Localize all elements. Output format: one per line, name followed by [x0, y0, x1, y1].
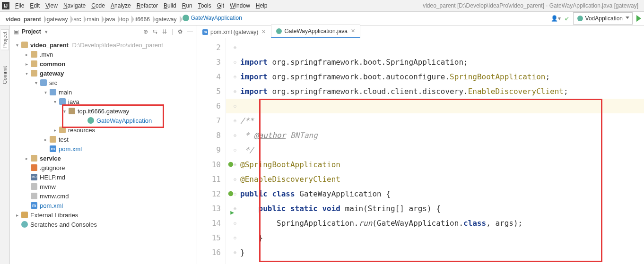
code-line[interactable]: ⊖	[226, 99, 644, 113]
run-button[interactable]	[636, 15, 641, 22]
code-line[interactable]: ⊖public class GateWayApplication {	[226, 187, 644, 201]
tool-tab-project[interactable]: Project	[1, 29, 9, 50]
code-line[interactable]: ⊖import org.springframework.boot.autocon…	[226, 69, 644, 84]
close-icon[interactable]: ✕	[261, 29, 266, 35]
breadcrumb[interactable]: src	[70, 14, 84, 25]
code-line[interactable]: ⊖@SpringBootApplication	[226, 157, 644, 172]
breadcrumb[interactable]: main	[84, 14, 102, 25]
expand-icon[interactable]: ⇆	[153, 28, 157, 35]
window-title: video_parent [D:\Develop\IdeaPro\video_p…	[423, 2, 642, 9]
maven-icon: m	[202, 29, 208, 35]
breadcrumb[interactable]: top	[118, 14, 131, 25]
breadcrumb[interactable]: GateWayApplication	[180, 13, 245, 23]
code-line[interactable]: ⊖ public static void main(String[] args)…	[226, 201, 644, 216]
code-line[interactable]: ⊖ SpringApplication.run(GateWayApplicati…	[226, 216, 644, 230]
run-config-select[interactable]: VodApplication	[573, 12, 633, 25]
menu-analyze[interactable]: Analyze	[108, 1, 134, 10]
project-tree[interactable]: video_parent D:\Develop\IdeaPro\video_pa…	[10, 38, 197, 264]
code-line[interactable]: ⊖import org.springframework.cloud.client…	[226, 84, 644, 99]
menu-view[interactable]: View	[43, 1, 61, 10]
breadcrumb[interactable]: java	[102, 14, 118, 25]
menu-tools[interactable]: Tools	[195, 1, 214, 10]
user-icon[interactable]: 👤▾	[551, 15, 561, 22]
code-editor[interactable]: 2345678910111213▶141516 ⊖⊖import org.spr…	[197, 38, 644, 264]
collapse-icon[interactable]: ⇊	[162, 28, 167, 35]
code-line[interactable]: ⊖@EnableDiscoveryClient	[226, 172, 644, 187]
code-line[interactable]: ⊖/**	[226, 113, 644, 128]
menu-file[interactable]: File	[12, 1, 27, 10]
vcs-update-icon[interactable]: ↙	[565, 15, 569, 22]
menu-git[interactable]: Git	[214, 1, 227, 10]
tool-window-bar: Project Commit	[0, 26, 10, 264]
code-line[interactable]: ⊖ */	[226, 143, 644, 157]
code-line[interactable]: ⊖}	[226, 245, 644, 260]
class-icon	[276, 28, 282, 34]
project-panel: ▣ Project ▼ ⊕ ⇆ ⇊ | ✿ — video_parent D:\…	[10, 26, 197, 264]
code-line[interactable]: ⊖ }	[226, 230, 644, 245]
menu-edit[interactable]: Edit	[27, 1, 43, 10]
menu-bar: IJ FileEditViewNavigateCodeAnalyzeRefact…	[0, 0, 644, 12]
app-logo: IJ	[2, 2, 9, 9]
menu-window[interactable]: Window	[227, 1, 253, 10]
breadcrumb[interactable]: it6666	[131, 14, 153, 25]
editor-area: m pom.xml (gateway) ✕ GateWayApplication…	[197, 26, 644, 264]
tab-gateway[interactable]: GateWayApplication.java ✕	[271, 25, 360, 38]
menu-help[interactable]: Help	[253, 1, 270, 10]
nav-bar: video_parentgatewaysrcmainjavatopit6666g…	[0, 12, 644, 26]
menu-build[interactable]: Build	[161, 1, 179, 10]
tool-tab-commit[interactable]: Commit	[1, 64, 9, 86]
menu-code[interactable]: Code	[88, 1, 108, 10]
project-dropdown-icon[interactable]: ▣	[14, 28, 19, 35]
menu-navigate[interactable]: Navigate	[61, 1, 88, 10]
code-line[interactable]: ⊖	[226, 40, 644, 55]
panel-title: Project	[22, 28, 41, 35]
close-icon[interactable]: ✕	[351, 28, 355, 34]
hide-icon[interactable]: —	[187, 28, 193, 35]
editor-tabs: m pom.xml (gateway) ✕ GateWayApplication…	[197, 26, 644, 38]
menu-run[interactable]: Run	[179, 1, 195, 10]
tab-pom[interactable]: m pom.xml (gateway) ✕	[197, 26, 271, 38]
breadcrumb[interactable]: gateway	[153, 14, 180, 25]
breadcrumb[interactable]: gateway	[44, 14, 71, 25]
breadcrumb[interactable]: video_parent	[3, 14, 44, 25]
code-line[interactable]: ⊖import org.springframework.boot.SpringA…	[226, 55, 644, 69]
locate-icon[interactable]: ⊕	[143, 28, 148, 35]
menu-refactor[interactable]: Refactor	[134, 1, 161, 10]
code-line[interactable]: ⊖ * @author BNTang	[226, 128, 644, 143]
run-config-label: VodApplication	[585, 15, 623, 22]
settings-icon[interactable]: ✿	[178, 28, 183, 35]
